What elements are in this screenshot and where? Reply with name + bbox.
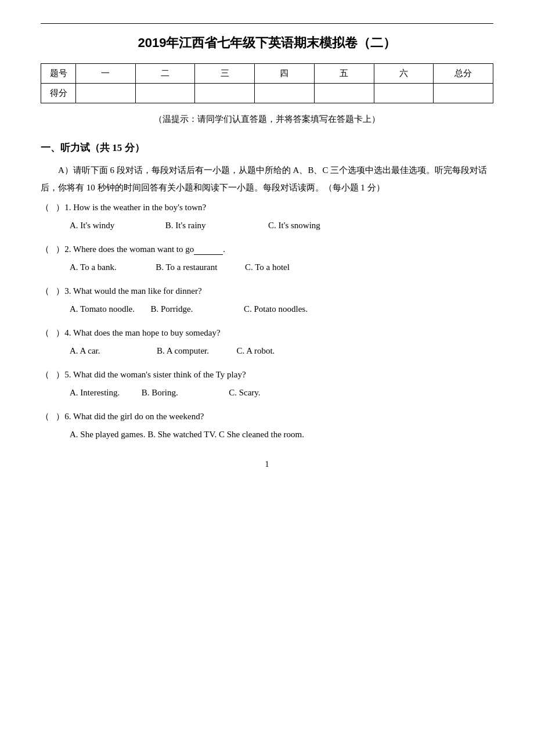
q6-text: ）6. What did the girl do on the weekend?	[56, 411, 204, 422]
q3-text: ）3. What would the man like for dinner?	[56, 286, 201, 297]
q2-option-a: A. To a bank.	[70, 260, 117, 275]
question-line-1: （ ）1. How is the weather in the boy's to…	[41, 202, 493, 213]
q6-option-c: C She cleaned the room.	[219, 427, 304, 442]
col-header-5: 五	[314, 64, 374, 84]
q3-option-b: B. Porridge.	[151, 301, 193, 317]
q2-option-b: B. To a restaurant	[156, 260, 217, 275]
score-3	[195, 84, 255, 103]
q3-option-a: A. Tomato noodle.	[70, 301, 135, 317]
q5-option-b: B. Boring.	[142, 385, 178, 401]
score-4	[255, 84, 315, 103]
question-line-4: （ ）4. What does the man hope to buy some…	[41, 327, 493, 339]
q5-option-a: A. Interesting.	[70, 385, 120, 401]
q6-bracket-open: （	[41, 411, 49, 422]
q1-bracket-space	[49, 203, 56, 213]
question-block-3: （ ）3. What would the man like for dinner…	[41, 286, 493, 317]
q6-bracket-space	[49, 412, 56, 422]
q1-option-c: C. It's snowing	[268, 218, 320, 233]
col-header-num: 题号	[41, 64, 76, 84]
q3-option-c: C. Potato noodles.	[244, 301, 308, 317]
question-line-6: （ ）6. What did the girl do on the weeken…	[41, 411, 493, 422]
q2-blank	[194, 254, 223, 255]
question-block-2: （ ）2. Where does the woman want to go. A…	[41, 244, 493, 275]
q2-option-c: C. To a hotel	[245, 260, 290, 275]
question-block-5: （ ）5. What did the woman's sister think …	[41, 369, 493, 401]
col-header-3: 三	[195, 64, 255, 84]
question-line-5: （ ）5. What did the woman's sister think …	[41, 369, 493, 380]
reminder-text: （温提示：请同学们认直答题，并将答案填写在答题卡上）	[41, 114, 493, 125]
q1-option-a: A. It's windy	[70, 218, 114, 233]
q3-bracket-open: （	[41, 286, 49, 297]
q3-options: A. Tomato noodle. B. Porridge. C. Potato…	[41, 301, 493, 317]
q1-text: ）1. How is the weather in the boy's town…	[56, 202, 206, 213]
q3-bracket-space	[49, 286, 56, 296]
score-table: 题号 一 二 三 四 五 六 总分 得分	[41, 63, 493, 103]
q2-options: A. To a bank. B. To a restaurant C. To a…	[41, 260, 493, 275]
col-header-6: 六	[374, 64, 434, 84]
question-line-3: （ ）3. What would the man like for dinner…	[41, 286, 493, 297]
q2-text: ）2. Where does the woman want to go.	[56, 244, 225, 255]
col-header-2: 二	[135, 64, 195, 84]
q6-options: A. She played games. B. She watched TV. …	[41, 427, 493, 442]
col-header-total: 总分	[434, 64, 493, 84]
question-block-6: （ ）6. What did the girl do on the weeken…	[41, 411, 493, 442]
score-table-header-row: 题号 一 二 三 四 五 六 总分	[41, 64, 493, 84]
q4-option-a: A. A car.	[70, 343, 100, 359]
section1-desc: A）请听下面 6 段对话，每段对话后有一小题，从题中所给的 A、B、C 三个选项…	[41, 161, 493, 196]
page-number: 1	[41, 460, 493, 469]
page-title: 2019年江西省七年级下英语期末模拟卷（二）	[41, 34, 493, 52]
col-header-4: 四	[255, 64, 315, 84]
section1-title: 一、听力试（共 15 分）	[41, 141, 493, 154]
question-block-1: （ ）1. How is the weather in the boy's to…	[41, 202, 493, 233]
q4-options: A. A car. B. A computer. C. A robot.	[41, 343, 493, 359]
q2-bracket-space	[49, 244, 56, 254]
q4-bracket-open: （	[41, 327, 49, 339]
q6-option-a: A. She played games.	[70, 427, 145, 442]
q1-bracket-open: （	[41, 202, 49, 213]
q4-option-b: B. A computer.	[157, 343, 209, 359]
q1-options: A. It's windy B. It's rainy C. It's snow…	[41, 218, 493, 233]
score-table-data-row: 得分	[41, 84, 493, 103]
q6-option-b: B. She watched TV.	[147, 427, 217, 442]
q1-option-b: B. It's rainy	[165, 218, 206, 233]
q4-bracket-space	[49, 328, 56, 338]
score-total	[434, 84, 493, 103]
q2-bracket-open: （	[41, 244, 49, 255]
q4-text: ）4. What does the man hope to buy someda…	[56, 327, 220, 339]
q5-bracket-space	[49, 370, 56, 380]
top-divider	[41, 23, 493, 24]
question-line-2: （ ）2. Where does the woman want to go.	[41, 244, 493, 255]
score-6	[374, 84, 434, 103]
q5-option-c: C. Scary.	[229, 385, 260, 401]
score-5	[314, 84, 374, 103]
q5-bracket-open: （	[41, 369, 49, 380]
col-header-1: 一	[76, 64, 136, 84]
q4-option-c: C. A robot.	[237, 343, 275, 359]
q5-options: A. Interesting. B. Boring. C. Scary.	[41, 385, 493, 401]
question-block-4: （ ）4. What does the man hope to buy some…	[41, 327, 493, 359]
row-label-score: 得分	[41, 84, 76, 103]
q5-text: ）5. What did the woman's sister think of…	[56, 369, 246, 380]
score-1	[76, 84, 136, 103]
score-2	[135, 84, 195, 103]
